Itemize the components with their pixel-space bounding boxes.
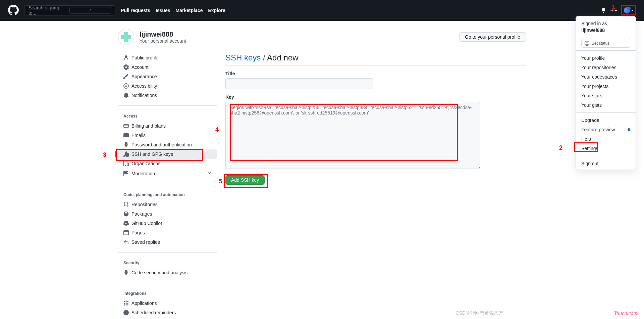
menu-sign-out[interactable]: Sign out bbox=[576, 159, 636, 168]
sidebar-packages[interactable]: Packages bbox=[118, 209, 217, 219]
signed-in-as: Signed in as lijinwei888 bbox=[576, 18, 636, 36]
report-icon bbox=[123, 171, 129, 176]
nav-explore[interactable]: Explore bbox=[208, 8, 225, 13]
shield-lock-icon bbox=[123, 142, 129, 147]
ssh-keys-link[interactable]: SSH keys bbox=[225, 53, 261, 62]
annotation-1: 1 bbox=[611, 4, 615, 11]
watermark-yuucn: Yuucn.com bbox=[614, 310, 637, 316]
user-dropdown: Signed in as lijinwei888 Set status Your… bbox=[576, 16, 636, 170]
divider bbox=[576, 112, 636, 113]
profile-username: lijinwei888 bbox=[140, 31, 186, 38]
set-status-button[interactable]: Set status bbox=[581, 39, 630, 48]
accessibility-icon bbox=[123, 83, 129, 89]
sidebar-code-security[interactable]: Code security and analysis bbox=[118, 268, 217, 277]
nav-links: Pull requests Issues Marketplace Explore bbox=[121, 8, 225, 13]
search-placeholder: Search or jump to... bbox=[29, 5, 69, 16]
sidebar-saved-replies[interactable]: Saved replies bbox=[118, 237, 217, 247]
main-content: SSH keys / Add new Title Key 4 5 Add SSH… bbox=[225, 53, 526, 319]
svg-point-2 bbox=[588, 43, 588, 43]
title-label: Title bbox=[225, 71, 526, 76]
annotation-4: 4 bbox=[215, 126, 219, 133]
github-logo[interactable] bbox=[8, 5, 19, 16]
credit-card-icon bbox=[123, 123, 129, 129]
title-input[interactable] bbox=[225, 78, 373, 89]
menu-help[interactable]: Help bbox=[576, 134, 636, 144]
bell-icon[interactable] bbox=[601, 7, 606, 14]
sidebar-pages[interactable]: Pages bbox=[118, 228, 217, 237]
go-to-profile-button[interactable]: Go to your personal profile bbox=[459, 32, 526, 42]
sidebar-applications[interactable]: Applications bbox=[118, 299, 217, 308]
person-icon bbox=[123, 55, 129, 60]
avatar-icon bbox=[624, 7, 630, 14]
add-ssh-key-button[interactable]: Add SSH key bbox=[225, 175, 265, 185]
clock-icon bbox=[123, 310, 129, 315]
sidebar-public-profile[interactable]: Public profile bbox=[118, 53, 217, 62]
sidebar-repositories[interactable]: Repositories bbox=[118, 200, 217, 209]
reply-icon bbox=[123, 239, 129, 245]
sidebar-copilot[interactable]: GitHub Copilot bbox=[118, 219, 217, 228]
settings-header: lijinwei888 Your personal account Go to … bbox=[118, 29, 526, 45]
sidebar-password[interactable]: Password and authentication bbox=[118, 140, 217, 149]
mail-icon bbox=[123, 133, 129, 138]
sidebar-emails[interactable]: Emails bbox=[118, 131, 217, 140]
sidebar-billing[interactable]: Billing and plans bbox=[118, 121, 217, 131]
sidebar-security-title: Security bbox=[118, 258, 217, 268]
sidebar-notifications[interactable]: Notifications bbox=[118, 91, 217, 100]
header-right: 1 + bbox=[601, 5, 636, 15]
sidebar-scheduled-reminders[interactable]: Scheduled reminders bbox=[118, 308, 217, 317]
watermark-csdn: CSDN @网恋被骗八万 bbox=[455, 310, 503, 316]
sidebar-moderation[interactable]: Moderation bbox=[118, 168, 217, 179]
sidebar-access-title: Access bbox=[118, 111, 217, 121]
menu-upgrade[interactable]: Upgrade bbox=[576, 116, 636, 125]
mark-github-icon bbox=[8, 5, 19, 15]
menu-feature-preview[interactable]: Feature preview bbox=[576, 125, 636, 134]
menu-your-gists[interactable]: Your gists bbox=[576, 100, 636, 110]
svg-point-1 bbox=[586, 43, 586, 43]
user-menu-button[interactable] bbox=[621, 5, 636, 15]
search-input[interactable]: Search or jump to... / bbox=[24, 5, 115, 15]
sidebar-accessibility[interactable]: Accessibility bbox=[118, 81, 217, 91]
dot-indicator-icon bbox=[628, 128, 630, 131]
package-icon bbox=[123, 211, 129, 217]
profile-avatar[interactable] bbox=[118, 29, 134, 45]
smiley-icon bbox=[584, 41, 590, 46]
page-title: SSH keys / Add new bbox=[225, 53, 526, 65]
sidebar-integrations-title: Integrations bbox=[118, 288, 217, 299]
annotation-5: 5 bbox=[219, 178, 222, 185]
nav-issues[interactable]: Issues bbox=[156, 8, 170, 13]
settings-sidebar: Public profile Account Appearance Access… bbox=[118, 53, 217, 319]
divider bbox=[576, 50, 636, 51]
sidebar-account[interactable]: Account bbox=[118, 62, 217, 72]
key-label: Key bbox=[225, 94, 526, 100]
chevron-down-icon bbox=[207, 170, 212, 177]
menu-your-repositories[interactable]: Your repositories bbox=[576, 63, 636, 72]
menu-settings[interactable]: Settings 2 bbox=[576, 144, 636, 153]
menu-your-codespaces[interactable]: Your codespaces bbox=[576, 72, 636, 82]
top-header: Search or jump to... / Pull requests Iss… bbox=[0, 0, 644, 21]
shield-icon bbox=[123, 270, 129, 275]
gear-icon bbox=[123, 64, 129, 70]
menu-your-profile[interactable]: Your profile bbox=[576, 53, 636, 63]
key-icon bbox=[123, 151, 129, 157]
svg-point-0 bbox=[585, 41, 589, 46]
nav-marketplace[interactable]: Marketplace bbox=[176, 8, 203, 13]
slash-icon: / bbox=[69, 7, 111, 14]
nav-pull-requests[interactable]: Pull requests bbox=[121, 8, 150, 13]
menu-your-stars[interactable]: Your stars bbox=[576, 91, 636, 100]
repo-icon bbox=[123, 202, 129, 207]
bell-icon bbox=[123, 93, 129, 98]
sidebar-organizations[interactable]: Organizations bbox=[118, 159, 217, 168]
paintbrush-icon bbox=[123, 74, 129, 79]
caret-down-icon bbox=[631, 10, 634, 11]
key-textarea[interactable] bbox=[225, 102, 480, 169]
annotation-2: 2 bbox=[559, 144, 562, 151]
sidebar-code-title: Code, planning, and automation bbox=[118, 190, 217, 200]
divider bbox=[576, 156, 636, 156]
browser-icon bbox=[123, 230, 129, 235]
menu-your-projects[interactable]: Your projects bbox=[576, 82, 636, 91]
apps-icon bbox=[123, 301, 129, 306]
sidebar-appearance[interactable]: Appearance bbox=[118, 72, 217, 81]
annotation-3: 3 bbox=[103, 151, 106, 158]
sidebar-ssh-gpg[interactable]: SSH and GPG keys bbox=[118, 149, 217, 159]
profile-subtitle: Your personal account bbox=[140, 38, 186, 44]
